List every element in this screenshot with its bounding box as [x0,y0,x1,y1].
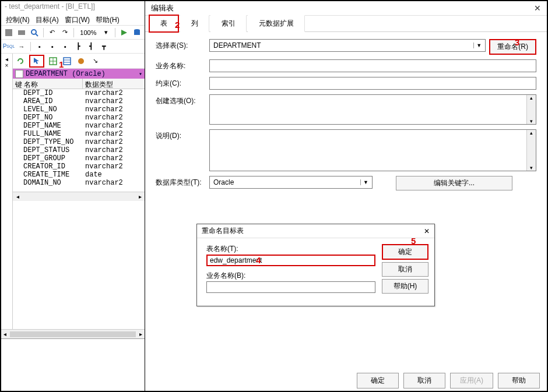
table-row[interactable]: AREA_IDnvarchar2 [13,97,145,105]
chevron-down-icon: ▼ [473,43,482,48]
grid-green-icon[interactable] [48,56,58,66]
psql-icon[interactable]: PSQL [3,41,14,52]
dialog-cancel-button[interactable]: 取消 [403,373,445,389]
select-tool-highlighted[interactable] [29,55,44,68]
col-type: 数据类型 [83,79,145,89]
label-constraint: 约束(C): [156,77,209,89]
db-type-dropdown[interactable]: Oracle ▼ [209,176,373,189]
tree-toolbar: ↘ [13,54,145,69]
dialog-help-button[interactable]: 帮助 [498,373,540,389]
db-type-value: Oracle [213,178,234,186]
refresh-icon[interactable] [15,56,26,66]
dialog-titlebar: 编辑表 ✕ [145,1,547,16]
label-biz-name-modal: 业务名称(B): [206,271,382,281]
form-area: 选择表(S): DEPARTMENT ▼ 重命名(R) 业务名称: 约束(C): [145,32,547,202]
rename-button[interactable]: 重命名(R) [489,39,536,55]
select-table-value: DEPARTMENT [213,41,261,50]
col-key: 键 [15,80,22,89]
edit-keyword-button[interactable]: 编辑关键字... [396,176,512,190]
zoom-level[interactable]: 100% [78,29,99,36]
constraint-input[interactable] [209,77,536,90]
table-row[interactable]: DEPT_IDnvarchar2 [13,89,145,97]
annotation-1: 1 [59,59,64,69]
align2-icon[interactable]: ┫ [86,41,96,52]
svg-rect-0 [5,29,12,36]
connector-icon[interactable]: ↘ [90,56,100,66]
dialog-apply-button[interactable]: 应用(A) [450,373,493,389]
biz-name-input[interactable] [209,59,536,72]
modal-cancel-button[interactable]: 取消 [382,262,428,277]
table-row[interactable]: DEPT_TYPE_NOnvarchar2 [13,138,145,146]
table-row[interactable]: LEVEL_NOnvarchar2 [13,105,145,114]
menu-control[interactable]: 控制(N) [3,14,32,24]
select-table-dropdown[interactable]: DEPARTMENT ▼ [209,39,486,52]
gear-icon[interactable] [76,56,86,66]
biz-name-modal-input[interactable] [206,281,375,293]
menu-window[interactable]: 窗口(W) [62,14,92,24]
table-row[interactable]: DEPT_NAMEnvarchar2 [13,122,145,130]
exec-icon[interactable] [119,27,129,38]
svg-marker-4 [121,30,127,36]
annotation-4: 4 [256,255,261,265]
table-row[interactable]: DEPT_GROUPnvarchar2 [13,154,145,163]
label-desc: 说明(D): [156,129,209,141]
cursor-icon[interactable] [31,56,42,66]
svg-rect-6 [134,30,140,35]
close-icon[interactable]: ✕ [534,3,541,13]
tree-title-text: DEPARTMENT (Oracle) [26,70,106,78]
block1-icon[interactable]: ▪ [34,41,45,52]
edit-table-dialog: 编辑表 ✕ 表 列 索引 元数据扩展 选择表(S): DEPARTMENT ▼ … [145,1,547,391]
label-db-type: 数据库类型(T): [156,176,209,188]
arrow-icon[interactable]: → [16,41,27,52]
tab-meta[interactable]: 元数据扩展 [248,15,305,32]
dialog-button-row: 确定 取消 应用(A) 帮助 [357,373,540,389]
create-opt-textarea[interactable]: ▴▾ [209,94,536,125]
svg-rect-1 [18,30,25,35]
svg-point-2 [31,30,36,34]
annotation-5: 5 [411,236,416,246]
toolbar-secondary: PSQL → ▪ ▪ ▪ ┣ ┫ ┳ [1,40,145,54]
label-table-name: 表名称(T): [206,244,382,254]
vertical-scrollbar-bottom[interactable]: ◂▸ [1,329,145,338]
tab-column[interactable]: 列 [180,15,209,32]
table-row[interactable]: DEPT_STATUSnvarchar2 [13,146,145,154]
svg-rect-11 [64,58,71,65]
zoom-dropdown-icon[interactable]: ▾ [101,27,111,38]
menu-help[interactable]: 帮助(H) [93,14,122,24]
modal-help-button[interactable]: 帮助(H) [382,279,428,294]
redo-icon[interactable]: ↷ [59,27,70,38]
table-name-input[interactable]: edw_department [206,255,375,266]
svg-line-3 [36,34,38,36]
block3-icon[interactable]: ▪ [60,41,71,52]
print-icon[interactable] [16,27,27,38]
table-icon [15,70,23,78]
menu-target[interactable]: 目标(A) [33,14,61,24]
svg-marker-7 [34,58,39,64]
db-icon[interactable] [132,27,142,38]
desc-textarea[interactable]: ▴▾ [209,129,536,171]
save-icon[interactable] [3,27,14,38]
tree-table-title[interactable]: DEPARTMENT (Oracle) ▾ [13,69,145,79]
tree-header: 键 名称 数据类型 [13,79,145,89]
svg-point-14 [78,58,84,64]
menubar: 控制(N) 目标(A) 窗口(W) 帮助(H) [1,13,145,26]
table-row[interactable]: DEPT_NOnvarchar2 [13,114,145,122]
annotation-2: 2 [175,20,180,30]
dialog-ok-button[interactable]: 确定 [357,373,399,389]
table-row[interactable]: CREATE_TIMEdate [13,171,145,179]
tab-index[interactable]: 索引 [210,15,247,32]
bottom-panel [1,338,145,391]
undo-icon[interactable]: ↶ [47,27,58,38]
align3-icon[interactable]: ┳ [99,41,109,52]
horizontal-scrollbar[interactable]: ◂▸ [13,192,145,201]
align-icon[interactable]: ┣ [73,41,83,52]
dialog-title-text: 编辑表 [151,3,174,13]
table-row[interactable]: DOMAIN_NOnvarchar2 [13,179,145,187]
find-icon[interactable] [29,27,40,38]
block2-icon[interactable]: ▪ [47,41,58,52]
col-name: 名称 [24,80,38,89]
table-row[interactable]: FULL_NAMEnvarchar2 [13,130,145,138]
modal-ok-button[interactable]: 确定 [382,244,428,260]
close-icon[interactable]: ✕ [424,227,430,235]
table-row[interactable]: CREATOR_IDnvarchar2 [13,163,145,171]
